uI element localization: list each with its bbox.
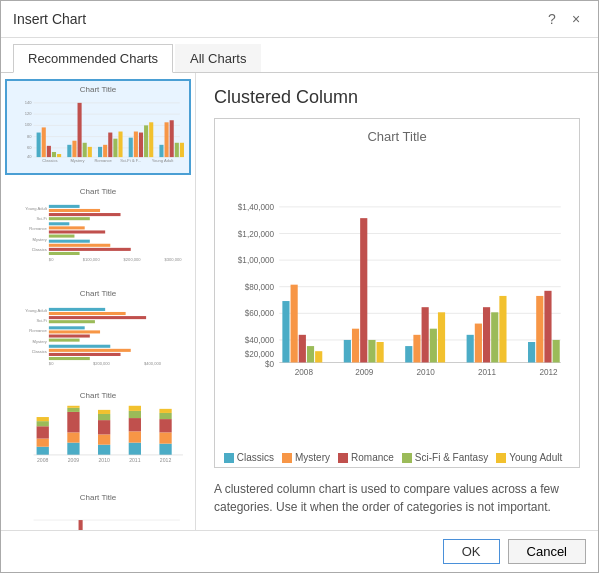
svg-rect-177 (422, 307, 429, 362)
svg-rect-75 (49, 339, 80, 342)
svg-text:$1,20,000: $1,20,000 (238, 230, 275, 239)
svg-rect-97 (98, 410, 110, 414)
svg-rect-103 (159, 444, 171, 455)
svg-text:$200,000: $200,000 (124, 257, 142, 262)
close-button[interactable]: × (566, 9, 586, 29)
svg-rect-52 (49, 226, 85, 229)
thumb-2-title: Chart Title (11, 289, 185, 298)
ok-button[interactable]: OK (443, 539, 500, 564)
svg-text:Sci-Fi & F...: Sci-Fi & F... (120, 158, 141, 163)
svg-rect-164 (291, 285, 298, 363)
chart-thumbnail-0[interactable]: Chart Title 140 120 100 80 (5, 79, 191, 175)
svg-rect-187 (528, 342, 535, 362)
svg-rect-76 (49, 345, 110, 348)
svg-rect-178 (430, 329, 437, 363)
svg-rect-86 (37, 421, 49, 426)
svg-text:2012: 2012 (160, 457, 172, 463)
svg-text:2011: 2011 (129, 457, 141, 463)
svg-text:2008: 2008 (295, 368, 314, 377)
svg-rect-57 (49, 248, 131, 251)
svg-rect-13 (42, 127, 46, 157)
svg-rect-30 (144, 125, 148, 157)
svg-rect-96 (98, 414, 110, 420)
svg-rect-15 (52, 152, 56, 157)
svg-rect-181 (467, 335, 474, 363)
svg-rect-68 (49, 308, 105, 311)
svg-rect-171 (360, 218, 367, 362)
svg-text:Classics: Classics (42, 158, 57, 163)
svg-rect-55 (49, 240, 90, 243)
svg-rect-69 (49, 312, 126, 315)
tab-recommended[interactable]: Recommended Charts (13, 44, 173, 73)
svg-rect-92 (67, 406, 79, 408)
chart-list[interactable]: Chart Title 140 120 100 80 (1, 73, 195, 530)
svg-rect-185 (499, 296, 506, 363)
svg-rect-87 (37, 417, 49, 421)
legend-mystery-color (282, 453, 292, 463)
svg-rect-49 (49, 213, 121, 216)
bottom-bar: OK Cancel (1, 530, 598, 572)
svg-rect-54 (49, 235, 75, 238)
cancel-button[interactable]: Cancel (508, 539, 586, 564)
svg-text:2009: 2009 (355, 368, 374, 377)
svg-rect-21 (88, 147, 92, 157)
svg-rect-102 (129, 406, 141, 411)
dialog-title: Insert Chart (13, 11, 86, 27)
svg-rect-89 (67, 432, 79, 442)
preview-chart-svg: $1,40,000 $1,20,000 $1,00,000 $80,000 $6… (223, 150, 571, 448)
svg-text:2009: 2009 (68, 457, 80, 463)
svg-text:$100,000: $100,000 (83, 257, 101, 262)
legend-mystery: Mystery (282, 452, 330, 463)
svg-rect-18 (72, 141, 76, 157)
svg-rect-182 (475, 324, 482, 363)
svg-text:$400,000: $400,000 (144, 361, 162, 366)
svg-text:Classics: Classics (32, 349, 47, 354)
svg-rect-172 (368, 340, 375, 363)
content-area: Chart Title 140 120 100 80 (1, 73, 598, 530)
svg-text:$80,000: $80,000 (245, 283, 275, 292)
svg-rect-19 (78, 103, 82, 157)
svg-rect-34 (170, 120, 174, 157)
svg-text:Young Adult: Young Adult (152, 158, 174, 163)
svg-text:$20,000: $20,000 (245, 350, 275, 359)
svg-rect-72 (49, 326, 85, 329)
svg-rect-56 (49, 244, 110, 247)
help-button[interactable]: ? (542, 9, 562, 29)
tab-all-charts[interactable]: All Charts (175, 44, 261, 72)
svg-rect-93 (98, 445, 110, 455)
svg-rect-29 (139, 133, 143, 158)
legend-row: Classics Mystery Romance Sci-Fi & Fantas… (224, 452, 570, 463)
svg-rect-91 (67, 408, 79, 412)
chart-thumbnail-2[interactable]: Chart Title Young Adult Sci-Fi Romance M… (5, 283, 191, 379)
svg-text:2010: 2010 (417, 368, 436, 377)
thumb-4-title: Chart Title (11, 493, 185, 502)
chart-thumbnail-1[interactable]: Chart Title Young Adult Sci-Fi Romance M… (5, 181, 191, 277)
svg-rect-27 (129, 138, 133, 157)
svg-rect-83 (37, 447, 49, 455)
chart-preview-box: Chart Title $1,40,000 $1,20,000 $1,00,00… (214, 118, 580, 468)
svg-rect-71 (49, 320, 95, 323)
thumb-1-title: Chart Title (11, 187, 185, 196)
chart-thumbnail-3[interactable]: Chart Title (5, 385, 191, 481)
svg-rect-105 (159, 419, 171, 432)
svg-text:Romance: Romance (29, 226, 47, 231)
svg-rect-28 (134, 132, 138, 158)
svg-rect-79 (49, 357, 90, 360)
svg-rect-20 (83, 143, 87, 157)
svg-rect-51 (49, 222, 69, 225)
svg-rect-100 (129, 418, 141, 431)
svg-rect-165 (299, 335, 306, 363)
legend-romance-color (338, 453, 348, 463)
svg-text:140: 140 (25, 100, 33, 105)
svg-rect-183 (483, 307, 490, 362)
svg-text:Young Adult: Young Adult (25, 308, 47, 313)
svg-rect-169 (344, 340, 351, 363)
svg-rect-101 (129, 411, 141, 418)
thumb-0-title: Chart Title (11, 85, 185, 94)
svg-rect-94 (98, 434, 110, 444)
legend-classics-color (224, 453, 234, 463)
chart-thumbnail-4[interactable]: Chart Title (5, 487, 191, 530)
svg-text:$300,000: $300,000 (165, 257, 183, 262)
svg-text:120: 120 (25, 111, 33, 116)
svg-rect-104 (159, 432, 171, 443)
